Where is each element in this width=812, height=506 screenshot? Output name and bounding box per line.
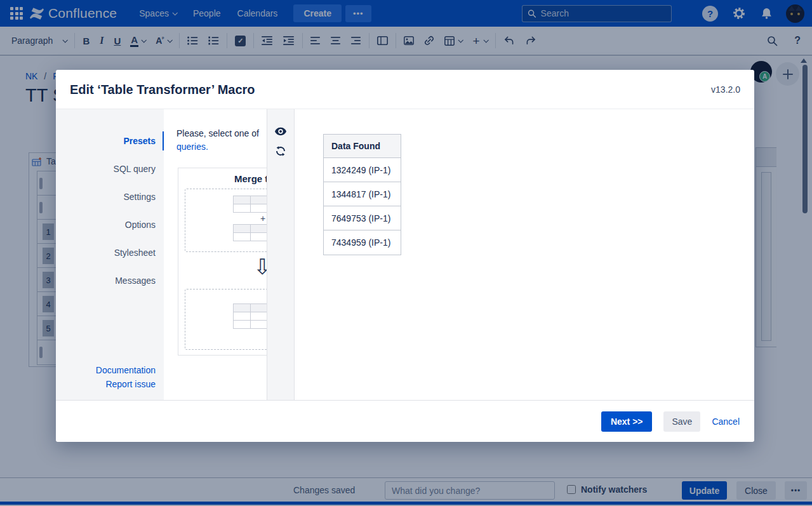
dialog-title: Edit ‘Table Transformer’ Macro (70, 70, 255, 109)
macro-version: v13.2.0 (711, 70, 740, 109)
preset-card-title: Merge t (178, 168, 267, 184)
preview-eye-icon[interactable] (274, 127, 287, 136)
tab-messages[interactable]: Messages (56, 267, 164, 295)
presets-panel: Please, select one of queries. Merge t + (164, 109, 267, 400)
table-row: 1324249 (IP-1) (324, 158, 401, 182)
next-button[interactable]: Next >> (601, 411, 653, 432)
mini-table (233, 196, 267, 213)
dialog-header: Edit ‘Table Transformer’ Macro v13.2.0 (56, 70, 754, 109)
dialog-footer: Next >> Save Cancel (56, 400, 754, 442)
save-button[interactable]: Save (663, 411, 700, 432)
report-issue-link[interactable]: Report issue (96, 377, 156, 391)
mini-table (233, 303, 267, 329)
documentation-link[interactable]: Documentation (96, 363, 156, 377)
refresh-icon[interactable] (275, 145, 286, 157)
cancel-button[interactable]: Cancel (712, 416, 740, 427)
down-arrow-icon: ⇩ (253, 256, 267, 277)
mini-table (233, 224, 267, 241)
preset-source-tables-box: + (185, 189, 267, 252)
preview-toolbar-strip (267, 109, 295, 400)
table-row: 7649753 (IP-1) (324, 206, 401, 230)
tab-presets[interactable]: Presets (56, 127, 164, 155)
plus-symbol: + (260, 213, 265, 223)
queries-link[interactable]: queries. (176, 140, 267, 154)
preset-result-table-box (185, 289, 267, 350)
macro-edit-dialog: Edit ‘Table Transformer’ Macro v13.2.0 P… (56, 70, 754, 442)
dialog-body: Presets SQL query Settings Options Style… (56, 109, 754, 400)
dialog-sidebar: Presets SQL query Settings Options Style… (56, 109, 164, 400)
data-found-table: Data Found 1324249 (IP-1) 1344817 (IP-1)… (323, 134, 401, 255)
table-row: 1344817 (IP-1) (324, 182, 401, 206)
preset-intro-text: Please, select one of queries. (176, 127, 267, 154)
page: Confluence Spaces People Calendars Creat… (0, 0, 812, 506)
preview-results-panel: Data Found 1324249 (IP-1) 1344817 (IP-1)… (295, 109, 754, 400)
tab-options[interactable]: Options (56, 211, 164, 239)
preset-merge-tables-card[interactable]: Merge t + ⇩ (178, 168, 267, 356)
tab-sql-query[interactable]: SQL query (56, 155, 164, 183)
tab-settings[interactable]: Settings (56, 183, 164, 211)
table-header-cell: Data Found (324, 135, 401, 158)
tab-stylesheet[interactable]: Stylesheet (56, 239, 164, 267)
table-row: 7434959 (IP-1) (324, 230, 401, 255)
